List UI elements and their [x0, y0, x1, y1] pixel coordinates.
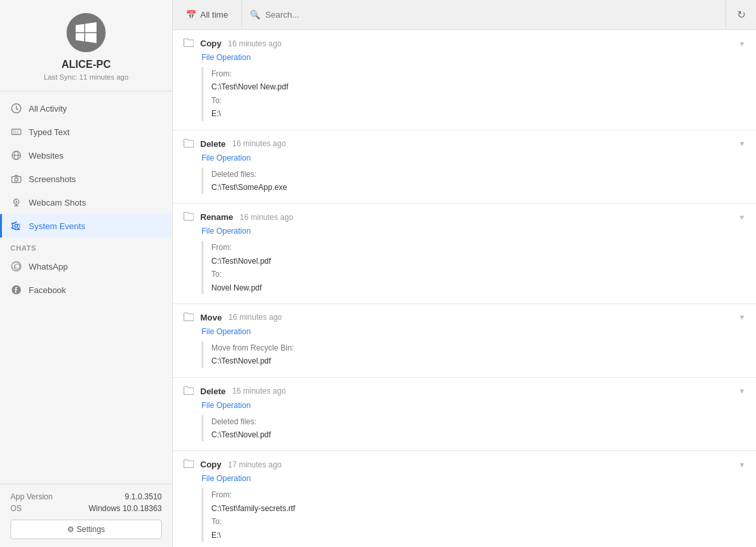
event-time: 16 minutes ago [232, 386, 286, 396]
detail-value: E:\ [211, 109, 221, 118]
sidebar-item-websites[interactable]: Websites [0, 144, 172, 167]
sidebar-item-label: System Events [29, 221, 85, 231]
windows-logo-icon [76, 22, 97, 43]
event-time: 17 minutes ago [228, 460, 282, 469]
search-input[interactable] [265, 10, 718, 20]
event-type: Delete [200, 386, 226, 396]
detail-row: To: Novel New.pdf [211, 268, 746, 294]
chevron-down-icon[interactable]: ▼ [738, 461, 746, 469]
sidebar-item-all-activity[interactable]: All Activity [0, 97, 172, 120]
sidebar-item-whatsapp[interactable]: WhatsApp [0, 255, 172, 278]
detail-value: E:\ [211, 531, 221, 540]
os-row: OS Windows 10.0.18363 [10, 504, 162, 513]
detail-label: From: [211, 243, 232, 252]
folder-icon [183, 38, 194, 49]
event-time: 16 minutes ago [232, 139, 286, 148]
sidebar-item-webcam-shots[interactable]: Webcam Shots [0, 191, 172, 214]
event-header: Move 16 minutes ago ▼ [183, 312, 746, 323]
facebook-icon [10, 284, 22, 296]
whatsapp-icon [10, 260, 22, 272]
sidebar-item-label: Webcam Shots [29, 198, 86, 208]
sidebar-item-label: WhatsApp [29, 262, 68, 272]
events-list: Copy 16 minutes ago ▼ File Operation Fro… [173, 30, 756, 547]
sidebar-header: ALICE-PC Last Sync: 11 minutes ago [0, 0, 172, 91]
event-time: 16 minutes ago [240, 213, 294, 222]
search-icon: 🔍 [250, 10, 260, 20]
app-version-value: 9.1.0.3510 [125, 492, 162, 501]
event-header-left: Copy 16 minutes ago [183, 38, 282, 49]
sidebar-item-label: Screenshots [29, 174, 76, 184]
detail-label: Move from Recycle Bin: [211, 343, 294, 352]
folder-icon [183, 211, 194, 223]
chevron-down-icon[interactable]: ▼ [738, 40, 746, 48]
detail-row: From: C:\Test\Novel.pdf [211, 241, 746, 268]
sidebar-item-screenshots[interactable]: Screenshots [0, 167, 172, 191]
chat-items: WhatsApp Facebook [0, 255, 172, 302]
chevron-down-icon[interactable]: ▼ [738, 213, 746, 221]
sidebar-footer: App Version 9.1.0.3510 OS Windows 10.0.1… [0, 484, 172, 547]
device-icon [67, 13, 106, 52]
app-version-label: App Version [10, 492, 53, 501]
sidebar-item-label: Websites [29, 151, 63, 161]
event-category: File Operation [202, 474, 746, 483]
folder-icon [183, 459, 194, 470]
clock-icon [10, 102, 22, 114]
sidebar-item-label: All Activity [29, 104, 67, 114]
detail-value: Novel New.pdf [211, 283, 262, 292]
last-sync: Last Sync: 11 minutes ago [44, 73, 129, 81]
event-time: 16 minutes ago [228, 39, 282, 48]
nav-items: All Activity Typed Text Websites Screens… [0, 97, 172, 238]
detail-value: C:\Test\Novel.pdf [211, 257, 271, 266]
event-details: Move from Recycle Bin: C:\Test\Novel.pdf [202, 341, 746, 368]
detail-row: Deleted files: C:\Test\Novel.pdf [211, 415, 746, 442]
chevron-down-icon[interactable]: ▼ [738, 140, 746, 148]
sidebar-item-label: Typed Text [29, 127, 70, 137]
event-header: Rename 16 minutes ago ▼ [183, 211, 746, 223]
filter-label: All time [200, 10, 228, 20]
event-header-left: Rename 16 minutes ago [183, 211, 294, 223]
os-value: Windows 10.0.18363 [89, 504, 162, 513]
folder-icon [183, 138, 194, 149]
event-category: File Operation [202, 327, 746, 336]
event-type: Copy [200, 460, 222, 469]
filter-button[interactable]: 📅 All time [173, 0, 242, 29]
refresh-button[interactable]: ↻ [726, 0, 756, 29]
detail-row: From: C:\Test\Novel New.pdf [211, 67, 746, 94]
sidebar-item-typed-text[interactable]: Typed Text [0, 120, 172, 144]
chats-section-label: CHATS [0, 238, 172, 255]
detail-row: To: E:\ [211, 515, 746, 542]
event-details: Deleted files: C:\Test\SomeApp.exe [202, 168, 746, 195]
svg-point-14 [15, 178, 18, 181]
gear-icon [10, 220, 22, 232]
event-card: Delete 16 minutes ago ▼ File Operation D… [173, 378, 756, 452]
event-header: Delete 16 minutes ago ▼ [183, 386, 746, 397]
chevron-down-icon[interactable]: ▼ [738, 313, 746, 321]
calendar-icon: 📅 [186, 10, 196, 20]
events-container: Copy 16 minutes ago ▼ File Operation Fro… [173, 30, 756, 547]
event-details: Deleted files: C:\Test\Novel.pdf [202, 415, 746, 442]
detail-row: Move from Recycle Bin: C:\Test\Novel.pdf [211, 341, 746, 368]
settings-button[interactable]: ⚙ Settings [10, 520, 162, 539]
event-details: From: C:\Test\family-secrets.rtf To: E:\ [202, 488, 746, 542]
event-header: Copy 17 minutes ago ▼ [183, 459, 746, 470]
event-details: From: C:\Test\Novel.pdf To: Novel New.pd… [202, 241, 746, 294]
detail-label: To: [211, 517, 222, 526]
folder-icon [183, 312, 194, 323]
detail-label: Deleted files: [211, 170, 256, 179]
detail-value: C:\Test\Novel.pdf [211, 430, 271, 439]
webcam-icon [10, 196, 22, 208]
sidebar-item-system-events[interactable]: System Events [0, 214, 172, 238]
detail-value: C:\Test\family-secrets.rtf [211, 504, 295, 513]
detail-row: From: C:\Test\family-secrets.rtf [211, 488, 746, 515]
chevron-down-icon[interactable]: ▼ [738, 387, 746, 395]
event-type: Delete [200, 139, 226, 149]
globe-icon [10, 149, 22, 161]
event-header-left: Move 16 minutes ago [183, 312, 282, 323]
event-category: File Operation [202, 401, 746, 410]
event-header: Copy 16 minutes ago ▼ [183, 38, 746, 49]
folder-icon [183, 386, 194, 397]
event-header: Delete 16 minutes ago ▼ [183, 138, 746, 149]
event-card: Move 16 minutes ago ▼ File Operation Mov… [173, 304, 756, 378]
event-type: Rename [200, 212, 234, 222]
sidebar-item-facebook[interactable]: Facebook [0, 278, 172, 302]
